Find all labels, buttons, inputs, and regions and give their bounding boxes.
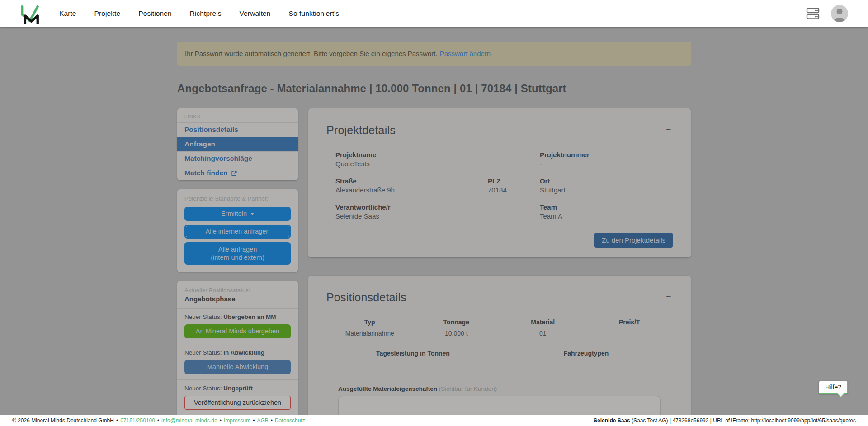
ermitteln-button[interactable]: Ermitteln — [184, 207, 291, 221]
user-avatar-icon[interactable] — [831, 5, 848, 22]
status-line-ungeprueft: Neuer Status: Ungeprüft — [184, 385, 291, 392]
app-header: Karte Projekte Positionen Richtpreis Ver… — [0, 0, 868, 27]
veroeffentlichung-zurueckziehen-button[interactable]: Veröffentlichung zurückziehen — [184, 396, 291, 410]
current-status-label: Aktueller Positionsstatus: — [184, 287, 291, 294]
copyright-text: © 2026 Mineral Minds Deutschland GmbH — [12, 417, 114, 424]
position-fields-row2: Tagesleistung in Tonnen – Fahrzeugtypen … — [326, 350, 673, 368]
position-fields-row1: Typ Materialannahme Tonnage 10.000 t Mat… — [326, 318, 673, 337]
nav-projekte[interactable]: Projekte — [94, 9, 121, 18]
nav-karte[interactable]: Karte — [59, 9, 76, 18]
nav-so-funktionierts[interactable]: So funktioniert's — [289, 9, 340, 18]
positionsdetails-panel: Positionsdetails – Typ Materialannahme T… — [308, 276, 691, 415]
banner-text: Ihr Passwort wurde automatisch generiert… — [185, 50, 438, 57]
sidebar: LINKS Positionsdetails Anfragen Matching… — [177, 108, 298, 415]
nav-richtpreis[interactable]: Richtpreis — [190, 9, 222, 18]
page-title: Angebotsanfrage - Materialannahme | 10.0… — [177, 82, 691, 95]
status-line-abwicklung: Neuer Status: In Abwicklung — [184, 349, 291, 356]
title-divider — [177, 103, 691, 103]
chevron-down-icon — [250, 213, 254, 215]
an-mineral-minds-uebergeben-button[interactable]: An Mineral Minds übergeben — [184, 324, 291, 338]
agb-link[interactable]: AGB — [257, 417, 268, 424]
main-column: Projektdetails – Projektname QuoteTests … — [308, 108, 691, 415]
phone-link[interactable]: 07151/250100 — [120, 417, 155, 424]
table-row: Projektname QuoteTests Projektnummer - — [326, 147, 673, 173]
material-properties-section: Ausgefüllte Materialeigenschaften (Sicht… — [338, 384, 661, 415]
links-card-header: LINKS — [177, 108, 298, 122]
projektdetails-title: Projektdetails — [326, 124, 396, 137]
material-properties-label: Ausgefüllte Materialeigenschaften — [338, 385, 437, 392]
collapse-projektdetails-button[interactable]: – — [664, 124, 673, 134]
links-card: LINKS Positionsdetails Anfragen Matching… — [177, 108, 298, 180]
nav-positionen[interactable]: Positionen — [138, 9, 171, 18]
datenschutz-link[interactable]: Datenschutz — [275, 417, 305, 424]
sidebar-item-match-finden[interactable]: Match finden — [177, 166, 298, 180]
zu-den-projektdetails-button[interactable]: Zu den Projektdetails — [594, 233, 673, 248]
content-area: Ihr Passwort wurde automatisch generiert… — [0, 27, 868, 415]
status-card: Aktueller Positionsstatus: Angebotsphase… — [177, 281, 298, 415]
footer-user-info: Selenide Saas (Saas Test AG) | 473268e56… — [594, 417, 856, 424]
alle-anfragen-button[interactable]: Alle anfragen (intern und extern) — [184, 242, 291, 265]
material-properties-textarea[interactable] — [338, 396, 661, 415]
status-line-uebergeben: Neuer Status: Übergeben an MM — [184, 314, 291, 320]
impressum-link[interactable]: Impressum — [224, 417, 250, 424]
sidebar-item-positionsdetails[interactable]: Positionsdetails — [177, 122, 298, 137]
footer-left: © 2026 Mineral Minds Deutschland GmbH • … — [12, 417, 305, 424]
change-password-link[interactable]: Passwort ändern — [440, 50, 491, 57]
mineral-minds-logo[interactable] — [19, 3, 40, 24]
positionsdetails-title: Positionsdetails — [326, 291, 406, 304]
collapse-positionsdetails-button[interactable]: – — [664, 291, 673, 301]
external-link-icon — [231, 170, 237, 177]
app-footer: © 2026 Mineral Minds Deutschland GmbH • … — [0, 415, 868, 426]
current-status-value: Angebotsphase — [184, 295, 291, 303]
sidebar-item-anfragen[interactable]: Anfragen — [177, 137, 298, 151]
partner-card: Potenzielle Standorte & Partner: Ermitte… — [177, 189, 298, 272]
help-button[interactable]: Hilfe? — [819, 381, 848, 394]
projektdetails-panel: Projektdetails – Projektname QuoteTests … — [308, 108, 691, 257]
project-detail-rows: Projektname QuoteTests Projektnummer - S… — [326, 147, 673, 225]
alle-internen-anfragen-button[interactable]: Alle internen anfragen — [184, 225, 291, 239]
password-warning-banner: Ihr Passwort wurde automatisch generiert… — [177, 42, 691, 66]
logo-icon — [19, 3, 40, 24]
table-row: Verantwortliche/r Selenide Saas Team Tea… — [326, 199, 673, 225]
main-nav: Karte Projekte Positionen Richtpreis Ver… — [59, 9, 339, 18]
material-properties-hint: (Sichtbar für Kunden) — [437, 385, 497, 392]
table-row: Straße Alexanderstraße 9b PLZ 70184 Ort … — [326, 173, 673, 199]
sidebar-item-matchingvorschlaege[interactable]: Matchingvorschläge — [177, 151, 298, 166]
manuelle-abwicklung-button[interactable]: Manuelle Abwicklung — [184, 360, 291, 374]
header-actions — [806, 5, 848, 22]
nav-verwalten[interactable]: Verwalten — [240, 9, 271, 18]
partner-card-label: Potenzielle Standorte & Partner: — [184, 195, 291, 202]
server-icon[interactable] — [806, 7, 820, 20]
email-link[interactable]: info@mineral-minds.de — [161, 417, 217, 424]
